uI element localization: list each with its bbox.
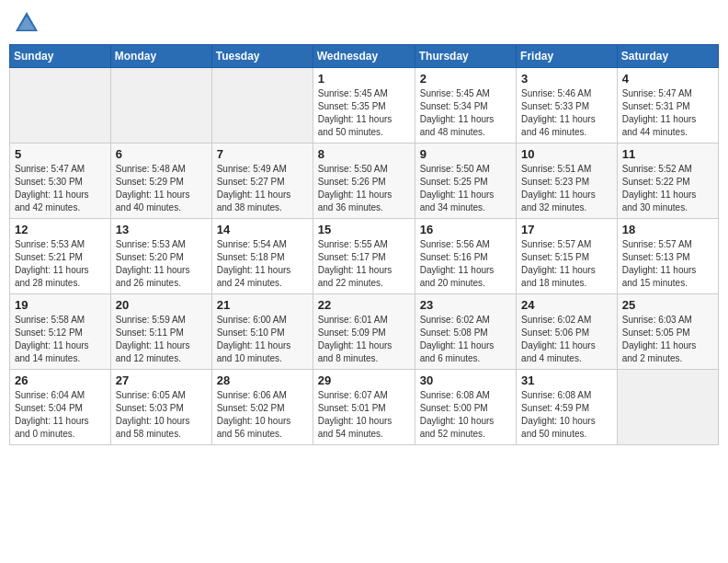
day-number: 2 [420, 72, 511, 86]
day-cell-11: 11Sunrise: 5:52 AM Sunset: 5:22 PM Dayli… [617, 144, 718, 219]
day-number: 13 [116, 223, 207, 236]
day-info: Sunrise: 6:04 AM Sunset: 5:04 PM Dayligh… [15, 389, 106, 441]
day-cell-30: 30Sunrise: 6:08 AM Sunset: 5:00 PM Dayli… [415, 370, 516, 445]
day-cell-15: 15Sunrise: 5:55 AM Sunset: 5:17 PM Dayli… [313, 219, 415, 294]
day-info: Sunrise: 6:03 AM Sunset: 5:05 PM Dayligh… [622, 314, 713, 365]
day-cell-21: 21Sunrise: 6:00 AM Sunset: 5:10 PM Dayli… [211, 294, 313, 370]
day-number: 23 [420, 298, 511, 312]
day-number: 27 [116, 373, 207, 387]
day-number: 10 [521, 147, 612, 161]
weekday-header-saturday: Saturday [617, 45, 718, 68]
week-row-5: 26Sunrise: 6:04 AM Sunset: 5:04 PM Dayli… [10, 370, 719, 445]
empty-cell [110, 68, 211, 144]
day-info: Sunrise: 5:53 AM Sunset: 5:20 PM Dayligh… [116, 238, 207, 290]
day-cell-19: 19Sunrise: 5:58 AM Sunset: 5:12 PM Dayli… [10, 294, 111, 370]
day-cell-28: 28Sunrise: 6:06 AM Sunset: 5:02 PM Dayli… [211, 370, 313, 445]
day-cell-8: 8Sunrise: 5:50 AM Sunset: 5:26 PM Daylig… [313, 144, 415, 219]
day-cell-26: 26Sunrise: 6:04 AM Sunset: 5:04 PM Dayli… [10, 370, 111, 445]
day-info: Sunrise: 6:07 AM Sunset: 5:01 PM Dayligh… [318, 389, 410, 441]
day-number: 25 [622, 298, 713, 312]
day-info: Sunrise: 5:57 AM Sunset: 5:13 PM Dayligh… [622, 238, 713, 290]
day-info: Sunrise: 6:00 AM Sunset: 5:10 PM Dayligh… [217, 314, 308, 365]
day-cell-6: 6Sunrise: 5:48 AM Sunset: 5:29 PM Daylig… [110, 144, 211, 219]
day-number: 31 [521, 373, 612, 387]
day-cell-10: 10Sunrise: 5:51 AM Sunset: 5:23 PM Dayli… [517, 144, 618, 219]
day-cell-9: 9Sunrise: 5:50 AM Sunset: 5:25 PM Daylig… [415, 144, 516, 219]
week-row-3: 12Sunrise: 5:53 AM Sunset: 5:21 PM Dayli… [10, 219, 719, 294]
day-number: 9 [420, 147, 511, 161]
day-number: 6 [116, 147, 207, 161]
day-info: Sunrise: 5:53 AM Sunset: 5:21 PM Dayligh… [15, 238, 106, 290]
weekday-header-monday: Monday [110, 45, 211, 68]
day-info: Sunrise: 5:55 AM Sunset: 5:17 PM Dayligh… [318, 238, 410, 290]
day-cell-13: 13Sunrise: 5:53 AM Sunset: 5:20 PM Dayli… [110, 219, 211, 294]
day-info: Sunrise: 6:01 AM Sunset: 5:09 PM Dayligh… [318, 314, 410, 365]
day-info: Sunrise: 5:45 AM Sunset: 5:34 PM Dayligh… [420, 87, 511, 139]
day-cell-2: 2Sunrise: 5:45 AM Sunset: 5:34 PM Daylig… [415, 68, 516, 144]
day-info: Sunrise: 6:08 AM Sunset: 4:59 PM Dayligh… [521, 389, 612, 441]
empty-cell [10, 68, 111, 144]
day-number: 16 [420, 223, 511, 236]
day-info: Sunrise: 5:46 AM Sunset: 5:33 PM Dayligh… [521, 87, 612, 139]
day-cell-25: 25Sunrise: 6:03 AM Sunset: 5:05 PM Dayli… [617, 294, 718, 370]
day-cell-31: 31Sunrise: 6:08 AM Sunset: 4:59 PM Dayli… [517, 370, 618, 445]
day-cell-27: 27Sunrise: 6:05 AM Sunset: 5:03 PM Dayli… [110, 370, 211, 445]
day-cell-4: 4Sunrise: 5:47 AM Sunset: 5:31 PM Daylig… [617, 68, 718, 144]
weekday-header-sunday: Sunday [10, 45, 111, 68]
day-info: Sunrise: 5:56 AM Sunset: 5:16 PM Dayligh… [420, 238, 511, 290]
day-cell-22: 22Sunrise: 6:01 AM Sunset: 5:09 PM Dayli… [313, 294, 415, 370]
day-number: 17 [521, 223, 612, 236]
day-number: 8 [318, 147, 410, 161]
logo-icon [13, 9, 40, 37]
day-cell-16: 16Sunrise: 5:56 AM Sunset: 5:16 PM Dayli… [415, 219, 516, 294]
day-number: 21 [217, 298, 308, 312]
day-cell-12: 12Sunrise: 5:53 AM Sunset: 5:21 PM Dayli… [10, 219, 111, 294]
day-info: Sunrise: 5:48 AM Sunset: 5:29 PM Dayligh… [116, 163, 207, 214]
week-row-4: 19Sunrise: 5:58 AM Sunset: 5:12 PM Dayli… [10, 294, 719, 370]
day-cell-14: 14Sunrise: 5:54 AM Sunset: 5:18 PM Dayli… [211, 219, 313, 294]
day-info: Sunrise: 5:52 AM Sunset: 5:22 PM Dayligh… [622, 163, 713, 214]
day-info: Sunrise: 6:06 AM Sunset: 5:02 PM Dayligh… [217, 389, 308, 441]
day-info: Sunrise: 5:47 AM Sunset: 5:30 PM Dayligh… [15, 163, 106, 214]
day-number: 26 [15, 373, 106, 387]
header [9, 9, 719, 37]
day-number: 5 [15, 147, 106, 161]
day-info: Sunrise: 5:49 AM Sunset: 5:27 PM Dayligh… [217, 163, 308, 214]
day-number: 19 [15, 298, 106, 312]
day-info: Sunrise: 5:45 AM Sunset: 5:35 PM Dayligh… [318, 87, 410, 139]
day-info: Sunrise: 6:02 AM Sunset: 5:06 PM Dayligh… [521, 314, 612, 365]
day-cell-18: 18Sunrise: 5:57 AM Sunset: 5:13 PM Dayli… [617, 219, 718, 294]
day-info: Sunrise: 5:58 AM Sunset: 5:12 PM Dayligh… [15, 314, 106, 365]
day-cell-29: 29Sunrise: 6:07 AM Sunset: 5:01 PM Dayli… [313, 370, 415, 445]
empty-cell [617, 370, 718, 445]
empty-cell [211, 68, 313, 144]
day-info: Sunrise: 6:05 AM Sunset: 5:03 PM Dayligh… [116, 389, 207, 441]
day-number: 20 [116, 298, 207, 312]
weekday-header-friday: Friday [517, 45, 618, 68]
day-number: 7 [217, 147, 308, 161]
day-cell-5: 5Sunrise: 5:47 AM Sunset: 5:30 PM Daylig… [10, 144, 111, 219]
day-cell-20: 20Sunrise: 5:59 AM Sunset: 5:11 PM Dayli… [110, 294, 211, 370]
weekday-header-wednesday: Wednesday [313, 45, 415, 68]
day-number: 28 [217, 373, 308, 387]
weekday-header-tuesday: Tuesday [211, 45, 313, 68]
day-number: 29 [318, 373, 410, 387]
day-info: Sunrise: 5:59 AM Sunset: 5:11 PM Dayligh… [116, 314, 207, 365]
day-number: 14 [217, 223, 308, 236]
calendar: SundayMondayTuesdayWednesdayThursdayFrid… [9, 44, 719, 445]
day-number: 15 [318, 223, 410, 236]
day-cell-17: 17Sunrise: 5:57 AM Sunset: 5:15 PM Dayli… [517, 219, 618, 294]
day-info: Sunrise: 5:57 AM Sunset: 5:15 PM Dayligh… [521, 238, 612, 290]
day-number: 24 [521, 298, 612, 312]
day-cell-1: 1Sunrise: 5:45 AM Sunset: 5:35 PM Daylig… [313, 68, 415, 144]
day-info: Sunrise: 5:50 AM Sunset: 5:25 PM Dayligh… [420, 163, 511, 214]
day-info: Sunrise: 5:51 AM Sunset: 5:23 PM Dayligh… [521, 163, 612, 214]
day-info: Sunrise: 5:50 AM Sunset: 5:26 PM Dayligh… [318, 163, 410, 214]
day-number: 22 [318, 298, 410, 312]
day-info: Sunrise: 5:47 AM Sunset: 5:31 PM Dayligh… [622, 87, 713, 139]
day-cell-23: 23Sunrise: 6:02 AM Sunset: 5:08 PM Dayli… [415, 294, 516, 370]
page: SundayMondayTuesdayWednesdayThursdayFrid… [0, 0, 728, 563]
day-cell-7: 7Sunrise: 5:49 AM Sunset: 5:27 PM Daylig… [211, 144, 313, 219]
day-number: 30 [420, 373, 511, 387]
day-number: 11 [622, 147, 713, 161]
